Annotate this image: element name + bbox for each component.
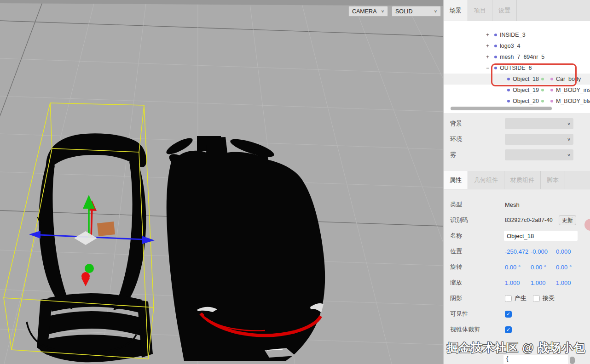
scale-row: 缩放 1.000 1.000 1.000	[444, 275, 590, 290]
tree-item-mesh_7_694nr_5[interactable]: +mesh_7_694nr_5	[444, 51, 590, 63]
object-dot-icon	[494, 56, 497, 58]
object-dot-icon	[494, 67, 497, 69]
position-label: 位置	[450, 247, 462, 256]
geometry-dot-icon	[541, 100, 544, 102]
position-z[interactable]: 0.000	[556, 248, 571, 255]
name-row: 名称	[444, 228, 590, 244]
panel-tabbar: 场景 项目 设置	[444, 0, 590, 21]
tree-item-OUTSIDE_6[interactable]: −OUTSIDE_6	[444, 63, 590, 74]
object-dot-icon	[507, 100, 510, 102]
tree-item-Object_18[interactable]: Object_18Car_body	[444, 74, 590, 85]
sidebar-panel: 场景 项目 设置 +INSIDE_3+logo3_4+mesh_7_694nr_…	[443, 0, 590, 364]
userdata-field[interactable]: {	[503, 355, 568, 364]
shading-select[interactable]: SOLID ∨	[392, 6, 441, 17]
material-dot-icon	[550, 100, 553, 102]
scale-x[interactable]: 1.000	[505, 279, 520, 286]
collapse-icon[interactable]: −	[486, 65, 494, 71]
chevron-down-icon: ∨	[434, 9, 437, 13]
tab-geometry[interactable]: 几何组件	[468, 171, 504, 189]
uuid-value: 832927c0-2a87-40	[505, 217, 553, 223]
material-dot-icon	[550, 78, 553, 80]
object-name: logo3_4	[500, 43, 521, 49]
expand-icon[interactable]: +	[486, 32, 494, 38]
viewport-canvas[interactable]: CAMERA ∨ SOLID ∨	[0, 0, 443, 364]
environment-row: 环境 ∨	[444, 131, 590, 147]
gizmo-x-pos-arrow[interactable]	[142, 236, 155, 244]
camera-select[interactable]: CAMERA ∨	[348, 6, 388, 17]
visible-row: 可见性 ✓	[444, 306, 590, 322]
expand-icon[interactable]: +	[486, 54, 494, 60]
name-label: 名称	[450, 232, 462, 240]
tree-item-logo3_4[interactable]: +logo3_4	[444, 40, 590, 51]
scale-y[interactable]: 1.000	[531, 279, 546, 286]
rotation-label: 旋转	[450, 263, 462, 271]
panel-scrollbar-thumb[interactable]	[570, 357, 575, 364]
background-select[interactable]: ∨	[505, 118, 573, 129]
name-input[interactable]	[504, 231, 578, 241]
car-right[interactable]	[164, 135, 325, 361]
watermark: 掘金技术社区 @ 战场小包	[447, 340, 590, 355]
cube-object[interactable]	[97, 222, 115, 236]
type-row: 类型 Mesh	[444, 197, 590, 212]
environment-select[interactable]: ∨	[505, 134, 573, 145]
object-name: Object_20	[513, 98, 537, 104]
object-name: OUTSIDE_6	[500, 65, 532, 71]
gizmo-center-handle[interactable]	[74, 231, 97, 245]
scene-settings: 背景 ∨ 环境 ∨ 雾 ∨	[444, 116, 590, 163]
fog-select[interactable]: ∨	[505, 149, 573, 160]
shadow-receive-label: 接受	[543, 294, 555, 302]
tree-item-Object_19[interactable]: Object_19M_BODY_inside	[444, 85, 590, 96]
rotation-row: 旋转 0.00 ° 0.00 ° 0.00 °	[444, 259, 590, 275]
tree-item-Object_20[interactable]: Object_20M_BODY_black	[444, 96, 590, 107]
shadow-cast-label: 产生	[515, 294, 526, 302]
scale-z[interactable]: 1.000	[556, 279, 571, 286]
object-dot-icon	[507, 78, 510, 80]
rotation-z[interactable]: 0.00 °	[556, 264, 572, 271]
object-dot-icon	[494, 45, 497, 47]
light-helper[interactable]	[81, 264, 94, 286]
position-y[interactable]: -0.000	[531, 248, 548, 255]
shadow-cast-checkbox[interactable]	[505, 295, 512, 302]
material-dot-icon	[550, 89, 553, 91]
car-left[interactable]	[27, 133, 153, 362]
shadow-row: 阴影 产生 接受	[444, 290, 590, 306]
shadow-receive-checkbox[interactable]	[533, 295, 540, 302]
tab-project[interactable]: 项目	[468, 0, 492, 21]
object-name: Object_18	[513, 76, 537, 82]
frustum-cull-checkbox[interactable]: ✓	[505, 326, 512, 333]
position-row: 位置 -250.472 -0.000 0.000	[444, 244, 590, 259]
gizmo-y-arrow[interactable]	[83, 195, 95, 209]
scene-tree: +INSIDE_3+logo3_4+mesh_7_694nr_5−OUTSIDE…	[444, 21, 590, 113]
expand-icon[interactable]: +	[486, 43, 494, 49]
geometry-dot-icon	[541, 89, 544, 91]
tree-item-INSIDE_3[interactable]: +INSIDE_3	[444, 29, 590, 40]
type-label: 类型	[450, 200, 462, 209]
object-properties: 类型 Mesh 识别码 832927c0-2a87-40 更新 名称 位置 -2…	[444, 189, 590, 337]
tab-material[interactable]: 材质组件	[504, 171, 541, 189]
visible-label: 可见性	[450, 310, 468, 318]
tab-scene[interactable]: 场景	[444, 0, 468, 21]
update-button[interactable]: 更新	[559, 215, 576, 225]
chevron-down-icon: ∨	[567, 153, 571, 157]
visible-checkbox[interactable]: ✓	[505, 311, 512, 318]
tab-settings[interactable]: 设置	[492, 0, 517, 21]
chevron-down-icon: ∨	[567, 137, 571, 142]
material-name: Car_body	[556, 76, 581, 82]
background-row: 背景 ∨	[444, 116, 590, 131]
chevron-down-icon: ∨	[381, 9, 384, 13]
tab-script[interactable]: 脚本	[541, 171, 565, 189]
material-name: M_BODY_inside	[556, 87, 590, 93]
position-x[interactable]: -250.472	[505, 248, 528, 255]
gizmo-x-neg-arrow[interactable]	[29, 231, 40, 239]
shading-select-value: SOLID	[395, 8, 413, 15]
tree-horizontal-scrollbar[interactable]	[451, 107, 552, 110]
shadow-label: 阴影	[450, 294, 462, 302]
rotation-x[interactable]: 0.00 °	[505, 264, 521, 271]
geometry-dot-icon	[541, 78, 544, 80]
fog-row: 雾 ∨	[444, 147, 590, 163]
tab-object-properties[interactable]: 属性	[444, 171, 468, 189]
object-name: mesh_7_694nr_5	[500, 54, 544, 60]
object-name: Object_19	[513, 87, 537, 93]
rotation-y[interactable]: 0.00 °	[531, 264, 546, 271]
material-name: M_BODY_black	[556, 98, 590, 104]
